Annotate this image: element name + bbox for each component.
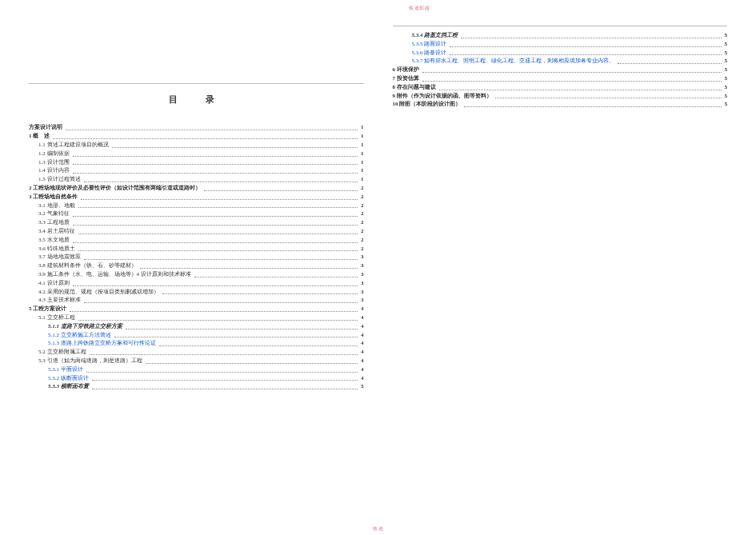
toc-entry-label: 1.3 设计范围	[38, 159, 70, 167]
toc-entry: 5.3.6 路基设计5	[393, 50, 728, 58]
toc-entry: 5.1 立交桥工程4	[29, 314, 364, 322]
toc-entry-page: 5	[723, 93, 728, 101]
toc-entry: 3.4 岩土层特征2	[29, 228, 364, 236]
toc-entry: 5 工程方案设计4	[29, 305, 364, 313]
toc-entry-label: 3.5 水文地质	[38, 237, 70, 245]
toc-entry-label: 5.1 立交桥工程	[38, 314, 75, 322]
toc-entry: 3.8 建筑材料条件（铁、石、砂等建材）3	[29, 262, 364, 270]
toc-leader-dots	[204, 190, 358, 191]
toc-entry-page: 4	[359, 366, 364, 374]
toc-leader-dots	[464, 106, 721, 107]
toc-column-left: 目 录 方案设计说明11 概 述11.1 简述工程建设项目的概况11.2 编制依…	[29, 22, 364, 519]
toc-entry: 5.1.3 道路上跨铁路立交桥方案和可行性论证4	[29, 340, 364, 348]
toc-entry-page: 1	[359, 133, 364, 141]
toc-entry-page: 1	[359, 176, 364, 184]
toc-entry-label: 4.3 主要技术标准	[38, 297, 81, 305]
toc-entry-label: 5.1.3 道路上跨铁路立交桥方案和可行性论证	[48, 340, 156, 348]
toc-leader-dots	[73, 242, 358, 243]
toc-leader-dots	[461, 38, 721, 38]
toc-entry: 1.3 设计范围1	[29, 159, 364, 167]
toc-entry-page: 2	[359, 185, 364, 193]
two-column-layout: 目 录 方案设计说明11 概 述11.1 简述工程建设项目的概况11.2 编制依…	[29, 22, 727, 519]
toc-entry-label: 5.1.2 立交桥施工方法简述	[48, 332, 111, 340]
toc-leader-dots	[162, 293, 358, 294]
toc-leader-dots	[84, 259, 358, 260]
toc-title: 目 录	[29, 94, 364, 106]
toc-leader-dots	[78, 320, 358, 321]
toc-entry: 5.3.5 路面设计5	[393, 41, 728, 49]
column-rule	[393, 26, 728, 26]
toc-entry-label: 5.3.6 路基设计	[412, 50, 447, 58]
toc-entry: 5.3.4 路基支挡工程5	[393, 32, 728, 40]
toc-entry: 9 附件（作为设计依据的函、图等资料）5	[393, 93, 728, 101]
toc-entry: 3.2 气象特征2	[29, 210, 364, 218]
toc-entry-page: 5	[723, 32, 728, 40]
toc-entry-label: 5.3 引道（如为两端道路，则是道路）工程	[38, 357, 142, 365]
toc-entry: 7 投资估算5	[393, 75, 728, 83]
toc-entry-label: 7 投资估算	[393, 75, 419, 83]
toc-entry-page: 4	[359, 340, 364, 348]
toc-entry-label: 5.3.2 纵断面设计	[48, 375, 89, 383]
toc-entry-label: 10 附图（本阶段的设计图）	[393, 101, 462, 109]
toc-entry-label: 4.1 设计原则	[38, 280, 70, 288]
toc-entry-label: 5.3.7 如有排水工程、照明工程、绿化工程、交通工程，则将相应填加各专业内容。	[412, 58, 615, 66]
toc-leader-dots	[73, 164, 358, 165]
toc-entry: 3.9 施工条件（水、电、运输、场地等）4 设计原则和技术标准3	[29, 271, 364, 279]
toc-entry: 2 工程场地现状评价及必要性评价（如设计范围有两端引道或道路时）2	[29, 185, 364, 193]
toc-entry-page: 2	[359, 202, 364, 210]
toc-entry: 3.6 特殊地质土2	[29, 246, 364, 254]
toc-entry: 5.2 立交桥附属工程4	[29, 349, 364, 357]
toc-entry-page: 4	[359, 323, 364, 331]
toc-leader-dots	[495, 98, 722, 98]
toc-entry: 3.1 地形、地貌2	[29, 202, 364, 210]
toc-entry-page: 4	[359, 332, 364, 340]
toc-entry-label: 8 存在问题与建议	[393, 84, 436, 92]
toc-list-left: 方案设计说明11 概 述11.1 简述工程建设项目的概况11.2 编制依据11.…	[29, 123, 364, 392]
toc-column-right: 5.3.4 路基支挡工程55.3.5 路面设计55.3.6 路基设计55.3.7…	[393, 22, 728, 519]
toc-leader-dots	[78, 234, 358, 234]
toc-entry: 3.3 工程地质2	[29, 219, 364, 227]
toc-leader-dots	[53, 138, 358, 139]
toc-entry-label: 1.4 设计内容	[38, 167, 70, 175]
toc-leader-dots	[73, 156, 358, 157]
toc-entry-page: 1	[359, 124, 364, 132]
toc-entry-page: 4	[359, 375, 364, 383]
toc-entry-page: 5	[723, 75, 728, 83]
toc-entry-label: 3.1 地形、地貌	[38, 202, 75, 210]
watermark-top: 铁道郭超	[409, 5, 430, 11]
toc-entry-page: 2	[359, 219, 364, 227]
toc-entry-label: 方案设计说明	[29, 124, 62, 132]
toc-leader-dots	[73, 216, 358, 217]
toc-leader-dots	[81, 199, 358, 200]
toc-entry-page: 5	[723, 101, 728, 109]
toc-entry-page: 2	[359, 237, 364, 245]
toc-entry-label: 5.3.5 路面设计	[412, 41, 447, 49]
toc-entry: 6 环境保护5	[393, 66, 728, 74]
toc-entry-page: 2	[359, 194, 364, 202]
toc-entry-label: 5.3.4 路基支挡工程	[412, 32, 458, 40]
toc-leader-dots	[159, 345, 358, 346]
toc-entry: 5.3 引道（如为两端道路，则是道路）工程4	[29, 357, 364, 365]
column-rule	[29, 83, 364, 84]
toc-leader-dots	[78, 250, 358, 251]
toc-entry-page: 4	[359, 314, 364, 322]
toc-entry: 1.5 设计过程简述1	[29, 176, 364, 184]
toc-entry-label: 1.2 编制依据	[38, 150, 70, 158]
toc-entry-label: 3.9 施工条件（水、电、运输、场地等）4 设计原则和技术标准	[38, 271, 191, 279]
toc-entry-page: 5	[723, 41, 728, 49]
toc-leader-dots	[86, 372, 358, 373]
toc-entry-label: 1 概 述	[29, 133, 50, 141]
toc-entry-label: 2 工程场地现状评价及必要性评价（如设计范围有两端引道或道路时）	[29, 185, 201, 193]
toc-entry-page: 4	[359, 357, 364, 365]
toc-entry: 1.4 设计内容1	[29, 167, 364, 175]
toc-leader-dots	[90, 354, 358, 355]
toc-entry-page: 5	[723, 84, 728, 92]
toc-entry-label: 5.3.3 横断面布置	[48, 383, 89, 391]
toc-entry-page: 3	[359, 254, 364, 262]
toc-leader-dots	[194, 277, 358, 277]
toc-entry-page: 3	[359, 271, 364, 279]
toc-entry: 3.7 场地地震效应3	[29, 254, 364, 262]
toc-entry: 4.3 主要技术标准3	[29, 297, 364, 305]
toc-entry: 4.1 设计原则3	[29, 280, 364, 288]
toc-entry-page: 3	[359, 297, 364, 305]
